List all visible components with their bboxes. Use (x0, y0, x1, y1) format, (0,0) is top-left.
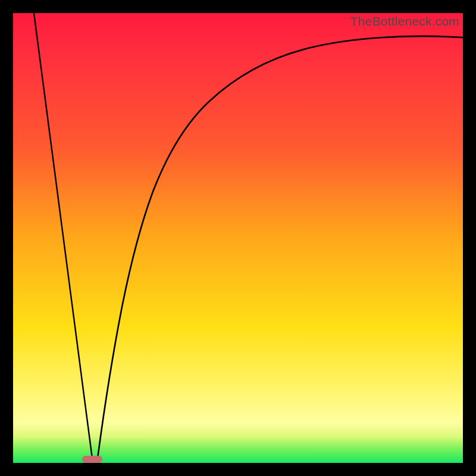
curves-svg (13, 13, 463, 463)
left-line (34, 13, 93, 463)
right-curve (97, 36, 463, 463)
sweet-spot-marker (82, 456, 102, 463)
chart-frame: TheBottleneck.com (0, 0, 476, 476)
plot-area: TheBottleneck.com (13, 13, 463, 463)
